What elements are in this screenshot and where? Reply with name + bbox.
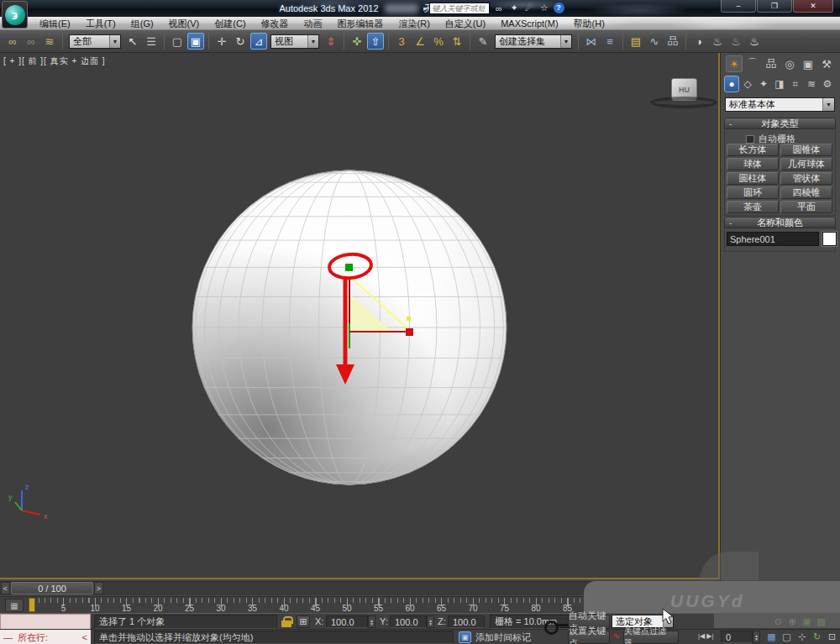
- tab-helpers[interactable]: ⌗: [788, 76, 803, 92]
- tab-create[interactable]: ☀: [726, 55, 743, 72]
- object-color-swatch[interactable]: [822, 232, 837, 246]
- select-object-icon[interactable]: ↖: [124, 33, 141, 50]
- menu-item-7[interactable]: 图形编辑器: [330, 17, 391, 30]
- align-icon[interactable]: ≡: [601, 33, 618, 50]
- set-key-curve-icon[interactable]: ∿: [612, 631, 620, 641]
- tab-motion[interactable]: ◎: [781, 55, 798, 72]
- selection-lock-icon[interactable]: [281, 616, 293, 627]
- listener-arrow-icon[interactable]: <: [82, 632, 87, 642]
- menu-item-8[interactable]: 渲染(R): [391, 17, 438, 30]
- named-selection-sets-icon[interactable]: ✎: [475, 33, 491, 50]
- rendered-frame-icon[interactable]: ♨: [727, 33, 744, 50]
- select-and-manipulate-icon[interactable]: ✜: [349, 33, 365, 50]
- set-key-button[interactable]: 设置关键点: [568, 631, 610, 644]
- angle-snap-icon[interactable]: ∠: [412, 33, 428, 50]
- material-editor-icon[interactable]: ◑: [690, 33, 707, 50]
- tab-modify[interactable]: ⌒: [744, 55, 761, 72]
- maximize-button[interactable]: ❐: [757, 0, 792, 13]
- chevron-down-icon[interactable]: ▼: [109, 35, 120, 48]
- communication-center-icon[interactable]: ☄: [523, 3, 536, 13]
- menu-item-2[interactable]: 组(G): [123, 17, 161, 30]
- object-button-四棱锥[interactable]: 四棱锥: [780, 186, 832, 199]
- application-menu-button[interactable]: ϶: [2, 1, 28, 29]
- menu-item-1[interactable]: 工具(T): [78, 17, 123, 30]
- object-button-圆锥体[interactable]: 圆锥体: [780, 144, 832, 156]
- object-button-长方体[interactable]: 长方体: [727, 144, 779, 156]
- previous-frame-icon[interactable]: |◀: [698, 632, 705, 640]
- tab-systems[interactable]: ⚙: [820, 76, 835, 92]
- close-button[interactable]: ✕: [793, 0, 833, 13]
- keyboard-override-icon[interactable]: ⇧: [367, 33, 384, 50]
- help-icon[interactable]: ?: [554, 3, 564, 13]
- coord-z-field[interactable]: 100.0: [448, 615, 485, 628]
- use-pivot-center-icon[interactable]: ⇕: [323, 33, 339, 50]
- viewport-label[interactable]: [ + ][ 前 ][ 真实 + 边面 ]: [3, 55, 106, 67]
- absolute-mode-button[interactable]: ⊞: [297, 615, 310, 628]
- select-and-scale-icon[interactable]: ⊿: [250, 33, 267, 50]
- selection-filter-dropdown[interactable]: 全部▼: [69, 34, 121, 49]
- gizmo-x-handle[interactable]: [406, 328, 413, 336]
- time-slider-handle[interactable]: 0 / 100: [11, 582, 93, 594]
- current-frame-marker[interactable]: [29, 598, 35, 612]
- favorites-star-icon[interactable]: ☆: [538, 3, 551, 13]
- maxscript-listener-line[interactable]: — 所在行: <: [0, 630, 91, 644]
- chevron-down-icon[interactable]: ▼: [822, 98, 834, 111]
- unlink-selection-icon[interactable]: ∞: [23, 33, 39, 50]
- object-button-几何球体[interactable]: 几何球体: [780, 158, 832, 170]
- chevron-down-icon[interactable]: ▼: [560, 35, 571, 48]
- maxscript-mini-listener[interactable]: [0, 614, 91, 630]
- pan-icon[interactable]: ⊹: [795, 631, 809, 643]
- coord-y-spinner[interactable]: ▲▼: [427, 615, 434, 628]
- tab-shapes[interactable]: ◇: [740, 76, 755, 92]
- window-crossing-icon[interactable]: ▣: [187, 33, 204, 50]
- search-icon[interactable]: ∞: [493, 3, 506, 13]
- percent-snap-icon[interactable]: %: [430, 33, 447, 50]
- tab-utilities[interactable]: ⚒: [818, 55, 835, 72]
- gizmo-y-handle[interactable]: [345, 264, 353, 271]
- menu-item-3[interactable]: 视图(V): [161, 17, 207, 30]
- front-viewport[interactable]: [ + ][ 前 ][ 真实 + 边面 ]: [0, 53, 720, 579]
- object-name-input[interactable]: [727, 232, 819, 246]
- mini-curve-editor-button[interactable]: ▦: [5, 599, 24, 612]
- tab-lights[interactable]: ✦: [756, 76, 771, 92]
- schematic-view-icon[interactable]: 品: [664, 33, 681, 50]
- object-button-管状体[interactable]: 管状体: [780, 172, 832, 185]
- frame-spinner[interactable]: ▲▼: [753, 631, 760, 643]
- menu-item-0[interactable]: 编辑(E): [32, 17, 78, 30]
- spinner-snap-icon[interactable]: ⇅: [449, 33, 465, 50]
- zoom-region-icon[interactable]: ▢: [780, 631, 794, 643]
- select-by-name-icon[interactable]: ☰: [143, 33, 160, 50]
- add-time-tag-label[interactable]: 添加时间标记: [475, 631, 531, 644]
- maximize-viewport-icon[interactable]: ⊡: [825, 631, 839, 643]
- tab-geometry[interactable]: ●: [724, 76, 739, 92]
- name-color-rollout-header[interactable]: - 名称和颜色: [724, 217, 836, 228]
- orbit-icon[interactable]: ↻: [810, 631, 824, 643]
- bind-to-spacewarp-icon[interactable]: ≋: [41, 33, 58, 50]
- object-button-圆柱体[interactable]: 圆柱体: [727, 172, 779, 185]
- object-type-rollout-header[interactable]: - 对象类型: [724, 118, 836, 129]
- object-button-茶壶[interactable]: 茶壶: [727, 201, 779, 213]
- previous-frame-button[interactable]: <: [1, 582, 10, 594]
- next-frame-button[interactable]: >: [94, 582, 103, 594]
- search-input[interactable]: [429, 3, 490, 14]
- time-tag-icon[interactable]: ▣: [459, 631, 471, 643]
- menu-item-4[interactable]: 创建(C): [207, 17, 253, 30]
- key-filters-button[interactable]: 关键点过滤器...: [623, 631, 679, 644]
- menu-item-11[interactable]: 帮助(H): [566, 17, 612, 30]
- render-setup-icon[interactable]: ♨: [709, 33, 726, 50]
- tab-display[interactable]: ▣: [800, 55, 816, 72]
- coord-y-field[interactable]: 100.0: [390, 615, 427, 628]
- coord-x-field[interactable]: 100.0: [326, 615, 368, 628]
- search-expander-icon[interactable]: ▸: [423, 4, 428, 13]
- render-production-icon[interactable]: ♨: [746, 33, 763, 50]
- chevron-down-icon[interactable]: ▼: [307, 35, 318, 48]
- object-button-平面[interactable]: 平面: [780, 201, 832, 213]
- primitive-category-dropdown[interactable]: 标准基本体 ▼: [725, 97, 835, 112]
- snap-toggle-3d-icon[interactable]: 3: [393, 33, 410, 50]
- select-and-move-icon[interactable]: ✛: [213, 33, 230, 50]
- object-button-球体[interactable]: 球体: [727, 158, 779, 170]
- tab-hierarchy[interactable]: 品: [763, 55, 780, 72]
- mirror-icon[interactable]: ⋈: [583, 33, 600, 50]
- field-of-view-icon[interactable]: ▦: [764, 631, 779, 643]
- layer-manager-icon[interactable]: ▤: [627, 33, 644, 50]
